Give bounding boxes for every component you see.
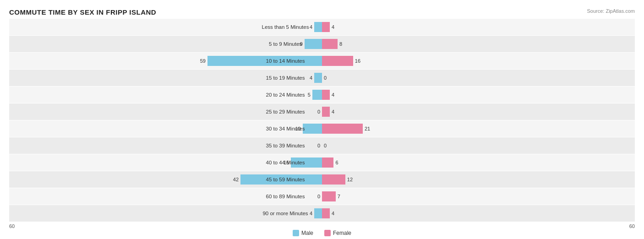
male-value: 0	[317, 143, 320, 148]
male-value: 4	[310, 211, 312, 216]
female-bar	[322, 208, 330, 218]
bar-row: 10 21 30 to 34 Minutes	[9, 120, 635, 137]
bar-row: 5 4 20 to 24 Minutes	[9, 87, 635, 103]
table-row: 59 16 10 to 14 Minutes	[9, 53, 635, 69]
male-value: 16	[284, 160, 289, 165]
male-bar	[312, 90, 322, 100]
table-row: 5 4 20 to 24 Minutes	[9, 87, 635, 103]
table-row: 42 12 45 to 59 Minutes	[9, 171, 635, 188]
female-value: 0	[324, 75, 327, 81]
table-row: 4 0 15 to 19 Minutes	[9, 70, 635, 86]
bar-row: 16 6 40 to 44 Minutes	[9, 154, 635, 171]
source-label: Source: ZipAtlas.com	[587, 8, 635, 14]
bar-row: 0 0 35 to 39 Minutes	[9, 137, 635, 154]
bar-row: 4 4 90 or more Minutes	[9, 205, 635, 222]
female-bar	[322, 56, 353, 66]
female-value: 4	[332, 24, 334, 30]
table-row: 16 6 40 to 44 Minutes	[9, 154, 635, 171]
table-row: 0 0 35 to 39 Minutes	[9, 137, 635, 154]
female-bar	[322, 124, 363, 134]
legend-male: Male	[293, 230, 313, 236]
female-bar	[322, 191, 336, 201]
male-value: 5	[308, 92, 311, 98]
female-bar	[322, 90, 330, 100]
bar-row: 59 16 10 to 14 Minutes	[9, 53, 635, 69]
female-value: 6	[335, 160, 338, 165]
bar-row: 4 0 15 to 19 Minutes	[9, 70, 635, 86]
axis-left: 60	[9, 223, 15, 229]
table-row: 9 8 5 to 9 Minutes	[9, 36, 635, 52]
female-value: 21	[365, 126, 370, 131]
female-value: 8	[339, 41, 342, 47]
female-bar	[322, 107, 330, 117]
male-bar	[314, 208, 322, 218]
table-row: 10 21 30 to 34 Minutes	[9, 120, 635, 137]
legend-female: Female	[324, 230, 351, 236]
axis-right: 60	[629, 223, 635, 229]
chart-title: COMMUTE TIME BY SEX IN FRIPP ISLAND	[9, 8, 635, 16]
bar-row: 42 12 45 to 59 Minutes	[9, 171, 635, 188]
male-value: 0	[317, 194, 320, 199]
legend-male-box	[293, 230, 299, 236]
chart-container: COMMUTE TIME BY SEX IN FRIPP ISLAND Sour…	[0, 0, 644, 239]
male-bar	[303, 124, 322, 134]
table-row: 4 4 90 or more Minutes	[9, 205, 635, 222]
female-value: 0	[324, 143, 327, 148]
male-bar	[291, 158, 322, 168]
female-bar	[322, 39, 338, 49]
male-bar	[314, 22, 322, 32]
legend-female-label: Female	[333, 230, 351, 236]
bar-row: 0 7 60 to 89 Minutes	[9, 188, 635, 205]
bar-row: 9 8 5 to 9 Minutes	[9, 36, 635, 52]
male-value: 4	[310, 75, 312, 81]
male-value: 0	[317, 109, 320, 114]
legend-male-label: Male	[301, 230, 313, 236]
female-bar	[322, 174, 345, 185]
male-value: 10	[295, 126, 300, 131]
bar-row: 0 4 25 to 29 Minutes	[9, 103, 635, 120]
male-value: 42	[233, 177, 239, 182]
male-value: 59	[200, 58, 206, 64]
table-row: 0 4 25 to 29 Minutes	[9, 103, 635, 120]
table-row: 0 7 60 to 89 Minutes	[9, 188, 635, 205]
male-bar	[207, 56, 322, 66]
female-bar	[322, 22, 330, 32]
axis-bottom: 60 60	[9, 223, 635, 229]
legend-female-box	[324, 230, 331, 236]
female-bar	[322, 158, 333, 168]
female-value: 12	[347, 177, 353, 182]
female-value: 7	[338, 194, 340, 199]
female-value: 4	[332, 211, 334, 216]
male-bar	[305, 39, 322, 49]
female-value: 16	[355, 58, 360, 64]
male-bar	[240, 174, 322, 185]
female-value: 4	[332, 109, 334, 114]
table-row: 4 4 Less than 5 Minutes	[9, 19, 635, 35]
bars-area: 4 4 Less than 5 Minutes 9	[9, 19, 635, 222]
legend: Male Female	[9, 230, 635, 236]
female-value: 4	[332, 92, 334, 98]
male-value: 4	[310, 24, 312, 30]
male-bar	[314, 73, 322, 83]
bar-row: 4 4 Less than 5 Minutes	[9, 19, 635, 35]
male-value: 9	[300, 41, 303, 47]
